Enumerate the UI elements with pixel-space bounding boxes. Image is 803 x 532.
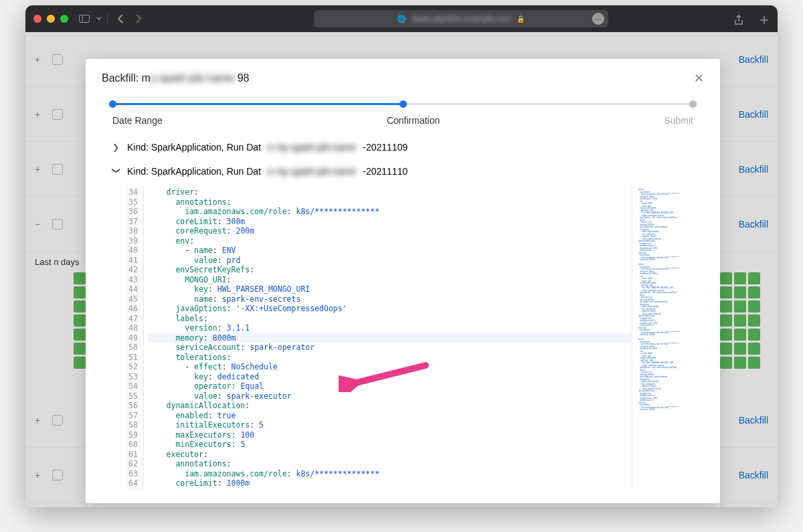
step-dot-1[interactable] xyxy=(109,100,116,108)
back-button[interactable] xyxy=(112,11,128,27)
modal-title: Backfill: my-spark-job-name-98 xyxy=(102,72,250,84)
code-content[interactable]: driver: annotations: iam.amazonaws.com/r… xyxy=(144,186,632,490)
more-icon[interactable]: ··· xyxy=(592,13,604,25)
run-row-collapsed[interactable]: ❯ Kind: SparkApplication, Run Date my-sp… xyxy=(86,135,720,159)
backfill-modal: Backfill: my-spark-job-name-98 ✕ Date Ra… xyxy=(86,59,720,503)
window-minimize[interactable] xyxy=(47,15,55,23)
step-labels: Date Range Confirmation Submit xyxy=(112,115,693,126)
titlebar: 🌐 spark-pipeline.example.com 🔒 ··· xyxy=(25,5,778,32)
minimap[interactable]: driver annotations iam.amazonaws.com/rol… xyxy=(632,186,693,490)
close-button[interactable]: ✕ xyxy=(694,71,704,86)
share-icon[interactable] xyxy=(731,12,747,28)
step-label-1: Date Range xyxy=(112,115,163,126)
svg-rect-0 xyxy=(80,15,90,23)
chevron-down-icon: ❯ xyxy=(112,167,121,175)
forward-button[interactable] xyxy=(130,11,147,27)
step-dot-2[interactable] xyxy=(399,100,407,108)
url-text: spark-pipeline.example.com xyxy=(412,14,511,23)
window-zoom[interactable] xyxy=(60,15,68,23)
globe-icon: 🌐 xyxy=(397,15,406,23)
line-gutter: 3435363738394041424344454647484950515253… xyxy=(126,186,144,490)
new-tab-icon[interactable] xyxy=(756,12,772,28)
lock-icon: 🔒 xyxy=(517,15,525,23)
sidebar-icon[interactable] xyxy=(76,11,92,27)
stepper xyxy=(112,99,693,112)
step-label-3: Submit xyxy=(664,115,693,126)
step-dot-3 xyxy=(689,100,697,108)
yaml-editor[interactable]: 3435363738394041424344454647484950515253… xyxy=(126,186,693,490)
browser-window: 🌐 spark-pipeline.example.com 🔒 ··· + Bac… xyxy=(25,5,778,507)
step-label-2: Confirmation xyxy=(387,115,440,126)
chevron-down-icon[interactable] xyxy=(95,11,103,27)
chevron-right-icon: ❯ xyxy=(112,143,120,152)
url-bar[interactable]: 🌐 spark-pipeline.example.com 🔒 ··· xyxy=(314,10,608,27)
run-row-expanded[interactable]: ❯ Kind: SparkApplication, Run Date my-sp… xyxy=(86,159,720,183)
window-close[interactable] xyxy=(33,15,41,23)
traffic-lights xyxy=(33,15,68,23)
